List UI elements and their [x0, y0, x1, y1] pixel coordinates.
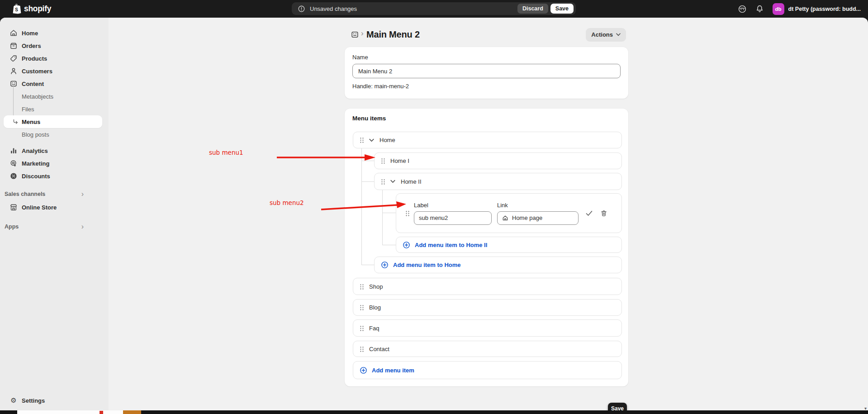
tree-connector [361, 265, 374, 265]
menu-row-home1[interactable]: Home I [374, 152, 622, 169]
topbar-right-cluster: db dt Petty (password: budd... [738, 0, 861, 18]
sales-channels-header[interactable]: Sales channels › [0, 188, 109, 200]
menu-row-shop[interactable]: Shop [353, 278, 622, 295]
drag-handle-icon[interactable] [360, 137, 364, 143]
actions-button[interactable]: Actions [586, 28, 626, 41]
page-header: › Main Menu 2 Actions [344, 28, 629, 42]
incognito-icon[interactable] [738, 5, 747, 14]
return-arrow-icon [13, 119, 19, 125]
drag-handle-icon[interactable] [360, 325, 364, 331]
taskbar-window-segment [17, 410, 123, 414]
chevron-down-icon[interactable] [390, 180, 395, 183]
user-name: dt Petty (password: budd... [788, 6, 861, 12]
sidebar-item-analytics[interactable]: Analytics [0, 144, 109, 157]
drag-handle-icon[interactable] [360, 284, 364, 290]
handle-text: Handle: main-menu-2 [352, 83, 621, 90]
confirm-check-icon[interactable] [586, 210, 593, 216]
menu-row-home[interactable]: Home [353, 132, 622, 148]
menu-row-blog[interactable]: Blog [353, 299, 622, 316]
user-menu[interactable]: db dt Petty (password: budd... [773, 3, 861, 15]
tree-connector [382, 190, 383, 245]
content-icon [9, 80, 18, 88]
add-menu-item-home2-button[interactable]: Add menu item to Home II [396, 237, 622, 253]
menu-row-home2[interactable]: Home II [374, 173, 622, 190]
chevron-down-icon [616, 33, 621, 36]
drag-handle-icon[interactable] [360, 305, 364, 310]
save-button-top[interactable]: Save [550, 4, 574, 14]
shopify-bag-icon: S [12, 4, 21, 14]
delete-trash-icon[interactable] [600, 209, 607, 217]
shopify-logo[interactable]: S shopify [12, 0, 51, 18]
link-field-group: Link Home page [497, 202, 579, 225]
home-icon [9, 29, 18, 37]
sidebar-item-orders[interactable]: Orders [0, 39, 109, 52]
svg-text:S: S [15, 7, 18, 12]
chevron-down-icon[interactable] [369, 138, 374, 142]
plus-circle-icon [381, 261, 389, 269]
alert-circle-icon [298, 5, 305, 13]
tree-connector [361, 181, 374, 182]
marketing-icon [9, 159, 18, 167]
scrollbar-down-arrow[interactable]: ▾ [864, 406, 867, 411]
sidebar-item-online-store[interactable]: Online Store [0, 201, 109, 214]
sidebar-item-settings[interactable]: ⚙ Settings [0, 394, 109, 407]
page-title: Main Menu 2 [366, 29, 420, 40]
menu-items-heading: Menu items [352, 115, 386, 122]
label-field-label: Label [414, 202, 492, 209]
menu-item-label-input[interactable] [414, 211, 492, 225]
sidebar-item-products[interactable]: Products [0, 52, 109, 65]
menu-name-input[interactable] [352, 64, 621, 78]
orders-icon [9, 42, 18, 50]
chevron-right-icon: › [81, 192, 84, 196]
name-label: Name [352, 54, 621, 61]
breadcrumb-chevron-icon: › [361, 29, 364, 38]
drag-handle-icon[interactable] [381, 179, 385, 185]
customers-icon [9, 67, 18, 75]
add-menu-item-button[interactable]: Add menu item [353, 361, 622, 379]
discounts-icon [9, 172, 18, 180]
screen: S shopify Unsaved changes Discard Save [0, 0, 868, 414]
sidebar-item-customers[interactable]: Customers [0, 65, 109, 77]
drag-handle-icon[interactable] [360, 346, 364, 352]
tree-connector [361, 148, 362, 265]
avatar: db [773, 3, 784, 15]
sidebar: Home Orders Products Customers [0, 18, 109, 410]
sidebar-item-blog-posts[interactable]: Blog posts [0, 128, 109, 141]
discard-button[interactable]: Discard [517, 4, 548, 14]
sidebar-item-files[interactable]: Files [0, 103, 109, 115]
sidebar-item-marketing[interactable]: Marketing [0, 157, 109, 170]
tree-connector [361, 161, 374, 161]
sidebar-item-content[interactable]: Content [0, 77, 109, 90]
products-tag-icon [9, 54, 18, 62]
sidebar-item-menus[interactable]: Menus [4, 115, 102, 128]
sidebar-item-metaobjects[interactable]: Metaobjects [0, 90, 109, 103]
drag-handle-icon[interactable] [405, 210, 409, 216]
chevron-right-icon: › [81, 224, 84, 229]
app-frame: Home Orders Products Customers [0, 18, 868, 410]
drag-handle-icon[interactable] [381, 158, 385, 164]
menu-item-link-input[interactable]: Home page [497, 211, 579, 225]
link-field-label: Link [497, 202, 579, 209]
menu-row-faq[interactable]: Faq [353, 319, 622, 337]
content-breadcrumb-icon[interactable] [351, 30, 359, 39]
tree-connector [382, 245, 396, 245]
tree-connector [382, 213, 396, 213]
plus-circle-icon [360, 366, 367, 374]
notifications-bell-icon[interactable] [755, 5, 764, 13]
add-menu-item-home-button[interactable]: Add menu item to Home [374, 257, 622, 273]
unsaved-changes-text: Unsaved changes [310, 5, 357, 12]
label-field-group: Label [414, 202, 492, 225]
name-card: Name Handle: main-menu-2 [345, 47, 628, 99]
home-page-icon [502, 215, 508, 221]
plus-circle-icon [403, 241, 410, 249]
sidebar-item-home[interactable]: Home [0, 27, 109, 39]
analytics-icon [9, 147, 18, 155]
topbar: S shopify Unsaved changes Discard Save [0, 0, 868, 18]
taskbar-orange-segment [123, 410, 141, 414]
apps-header[interactable]: Apps › [0, 221, 109, 233]
menu-row-contact[interactable]: Contact [353, 341, 622, 357]
menu-items-card: Menu items Home [345, 109, 628, 386]
shopify-wordmark: shopify [24, 4, 51, 14]
storefront-icon [9, 203, 18, 211]
sidebar-item-discounts[interactable]: Discounts [0, 170, 109, 182]
